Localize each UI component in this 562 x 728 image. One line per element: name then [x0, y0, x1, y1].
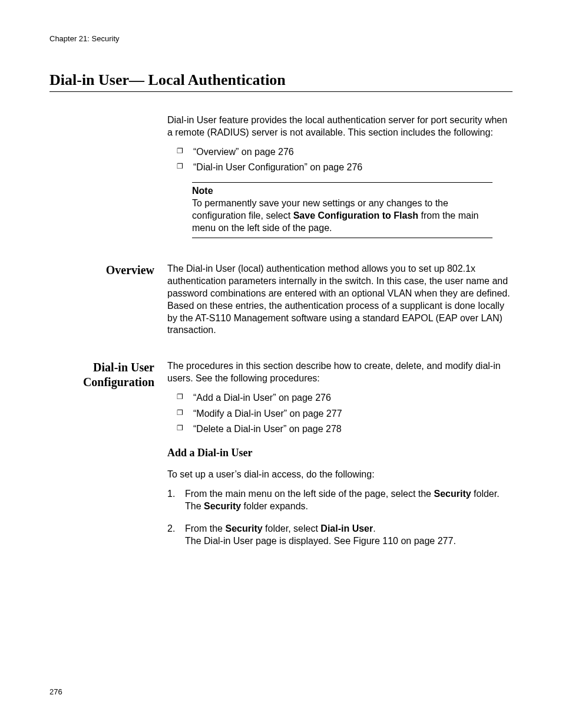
page-title: Dial-in User— Local Authentication	[49, 71, 513, 92]
config-bullet-list: “Add a Dial-in User” on page 276 “Modify…	[167, 392, 513, 436]
intro-bullet-item: “Overview” on page 276	[177, 146, 513, 159]
intro-bullet-item: “Dial-in User Configuration” on page 276	[177, 162, 513, 174]
config-bullet-item: “Add a Dial-in User” on page 276	[177, 392, 513, 404]
add-user-intro: To set up a user’s dial-in access, do th…	[167, 469, 513, 481]
note-box: Note To permanently save your new settin…	[192, 182, 492, 238]
step-bold: Dial-in User	[320, 523, 373, 533]
config-intro-paragraph: The procedures in this section describe …	[167, 360, 513, 385]
config-side-label: Dial-in User Configuration	[49, 360, 167, 556]
step-text: folder.	[471, 489, 500, 499]
page-number: 276	[49, 687, 62, 696]
step-text: .	[373, 523, 375, 533]
step-text: folder, select	[263, 523, 321, 533]
step-text: From the	[185, 523, 225, 533]
step-bold: Security	[225, 523, 262, 533]
step-item: From the Security folder, select Dial-in…	[167, 522, 513, 547]
note-text-bold: Save Configuration to Flash	[293, 210, 418, 220]
step-bold: Security	[204, 501, 241, 511]
intro-bullet-list: “Overview” on page 276 “Dial-in User Con…	[167, 146, 513, 174]
step-text: From the main menu on the left side of t…	[185, 489, 434, 499]
step-bold: Security	[434, 489, 471, 499]
note-label: Note	[192, 185, 492, 197]
side-label-empty	[49, 114, 167, 257]
step-item: From the main menu on the left side of t…	[167, 487, 513, 512]
step-text: folder expands.	[241, 501, 308, 511]
note-text: To permanently save your new settings or…	[192, 197, 492, 234]
step-text: The Dial-in User page is displayed. See …	[185, 536, 456, 546]
add-user-subheading: Add a Dial-in User	[167, 446, 513, 460]
chapter-header: Chapter 21: Security	[49, 34, 513, 43]
step-text: The	[185, 501, 204, 511]
add-user-steps: From the main menu on the left side of t…	[167, 487, 513, 546]
overview-paragraph: The Dial-in User (local) authentication …	[167, 263, 513, 337]
overview-side-label: Overview	[49, 263, 167, 344]
config-bullet-item: “Modify a Dial-in User” on page 277	[177, 408, 513, 420]
intro-paragraph: Dial-in User feature provides the local …	[167, 114, 513, 139]
config-bullet-item: “Delete a Dial-in User” on page 278	[177, 423, 513, 436]
